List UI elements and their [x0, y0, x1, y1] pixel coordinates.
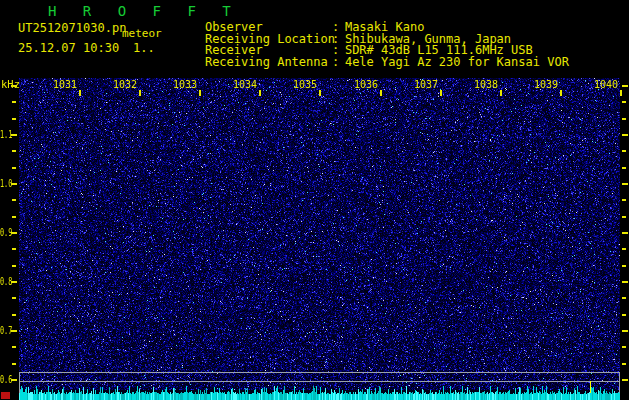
freq-axis-tick-right	[622, 379, 628, 381]
time-axis-tick	[620, 90, 622, 96]
observation-tag: meteor	[122, 27, 162, 40]
freq-axis-tick-left	[12, 314, 16, 316]
freq-axis-tick-left	[12, 363, 16, 365]
time-axis-label: 1033	[167, 79, 197, 90]
freq-axis-tick-right	[622, 330, 628, 332]
time-axis-tick	[139, 90, 141, 96]
freq-axis-label: 0.6	[0, 374, 16, 385]
info-row: Receiver:SDR# 43dB L15 111.6MHz USB	[176, 29, 533, 41]
freq-axis-tick-right	[622, 101, 626, 103]
freq-axis-tick-left	[12, 346, 16, 348]
freq-axis-label: 0.9	[0, 227, 16, 238]
freq-axis-tick-right	[622, 363, 626, 365]
time-axis-tick	[560, 90, 562, 96]
freq-axis-tick-right	[622, 265, 626, 267]
time-axis-tick	[380, 90, 382, 96]
hrofft-window: H R O F F T UT2512071030.pn meteor 25.12…	[0, 0, 629, 400]
freq-axis-tick-right	[622, 199, 626, 201]
info-row: Observer:Masaki Kano	[176, 6, 424, 18]
time-axis-label: 1034	[227, 79, 257, 90]
time-axis-label: 1040	[588, 79, 618, 90]
timestamp: 25.12.07 10:30	[18, 41, 119, 55]
freq-axis-tick-left	[12, 199, 16, 201]
freq-axis-tick-right	[622, 281, 628, 283]
freq-axis-tick-right	[622, 314, 626, 316]
freq-axis-tick-right	[622, 297, 626, 299]
time-axis-tick	[440, 90, 442, 96]
freq-axis-tick-right	[622, 167, 626, 169]
time-axis-tick	[199, 90, 201, 96]
time-axis-label: 1032	[107, 79, 137, 90]
time-axis-label: 1039	[528, 79, 558, 90]
info-label: Receiving Antenna	[205, 55, 332, 69]
freq-axis-tick-left	[11, 85, 17, 87]
echo-counter: 1..	[133, 41, 155, 55]
time-axis-label: 1038	[468, 79, 498, 90]
freq-axis-tick-right	[622, 216, 626, 218]
freq-axis-tick-left	[12, 265, 16, 267]
freq-axis-tick-right	[622, 183, 628, 185]
info-row: Receiving Antenna:4ele Yagi Az 230 for K…	[176, 41, 569, 53]
freq-axis-label: 0.8	[0, 276, 16, 287]
spectrogram-canvas	[19, 78, 620, 400]
freq-axis-tick-right	[622, 85, 628, 87]
freq-axis-tick-left	[12, 118, 16, 120]
freq-axis-tick-left	[12, 297, 16, 299]
freq-axis-tick-right	[622, 118, 626, 120]
red-level-indicator	[1, 392, 10, 399]
freq-axis-label: 1.0	[0, 178, 16, 189]
time-axis-tick	[79, 90, 81, 96]
freq-axis-label: 0.7	[0, 325, 16, 336]
freq-axis-tick-right	[622, 232, 628, 234]
freq-axis-tick-left	[12, 216, 16, 218]
freq-axis-tick-right	[622, 248, 626, 250]
output-filename: UT2512071030.pn	[18, 21, 126, 35]
time-axis-label: 1037	[408, 79, 438, 90]
time-axis-label: 1031	[47, 79, 77, 90]
freq-axis-tick-left	[12, 248, 16, 250]
freq-axis-tick-left	[12, 150, 16, 152]
time-axis-label: 1036	[348, 79, 378, 90]
freq-axis-tick-right	[622, 346, 626, 348]
freq-axis-tick-left	[12, 167, 16, 169]
time-axis-tick	[319, 90, 321, 96]
time-axis-tick	[259, 90, 261, 96]
time-axis-tick	[500, 90, 502, 96]
frequency-unit-label: kHz	[1, 78, 20, 90]
info-colon: :	[332, 55, 345, 69]
freq-axis-tick-right	[622, 150, 626, 152]
info-value: 4ele Yagi Az 230 for Kansai VOR	[345, 55, 569, 69]
freq-axis-label: 1.1	[0, 129, 16, 140]
freq-axis-tick-right	[622, 134, 628, 136]
freq-axis-tick-left	[12, 101, 16, 103]
time-axis-label: 1035	[287, 79, 317, 90]
